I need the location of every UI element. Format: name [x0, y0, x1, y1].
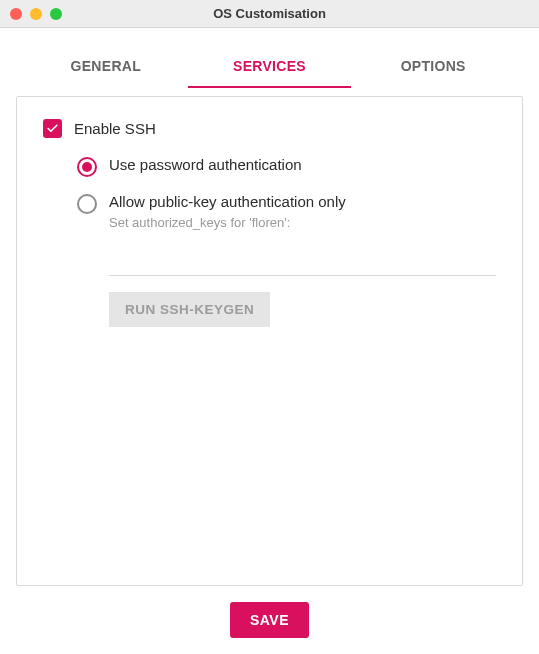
enable-ssh-checkbox[interactable]: [43, 119, 62, 138]
save-button[interactable]: SAVE: [230, 602, 309, 638]
ssh-auth-group: Use password authentication Allow public…: [43, 156, 496, 327]
auth-password-radio[interactable]: [77, 157, 97, 177]
enable-ssh-row[interactable]: Enable SSH: [43, 119, 496, 138]
close-window-button[interactable]: [10, 8, 22, 20]
auth-password-row[interactable]: Use password authentication: [77, 156, 496, 177]
auth-pubkey-label: Allow public-key authentication only: [109, 193, 346, 210]
footer: SAVE: [0, 586, 539, 638]
titlebar: OS Customisation: [0, 0, 539, 28]
auth-pubkey-row[interactable]: Allow public-key authentication only Set…: [77, 193, 496, 327]
checkmark-icon: [46, 122, 59, 135]
authorized-keys-input[interactable]: [109, 252, 496, 276]
run-ssh-keygen-button[interactable]: RUN SSH-KEYGEN: [109, 292, 270, 327]
auth-pubkey-radio[interactable]: [77, 194, 97, 214]
tab-general[interactable]: GENERAL: [24, 48, 188, 88]
services-panel: Enable SSH Use password authentication A…: [16, 96, 523, 586]
tabs: GENERAL SERVICES OPTIONS: [0, 40, 539, 88]
tab-services[interactable]: SERVICES: [188, 48, 352, 88]
window-title: OS Customisation: [0, 6, 539, 21]
spacer: [0, 28, 539, 40]
window-controls: [0, 8, 62, 20]
tab-options[interactable]: OPTIONS: [351, 48, 515, 88]
authorized-keys-hint: Set authorized_keys for 'floren':: [109, 215, 496, 230]
auth-password-label: Use password authentication: [109, 156, 302, 173]
maximize-window-button[interactable]: [50, 8, 62, 20]
minimize-window-button[interactable]: [30, 8, 42, 20]
enable-ssh-label: Enable SSH: [74, 120, 156, 137]
